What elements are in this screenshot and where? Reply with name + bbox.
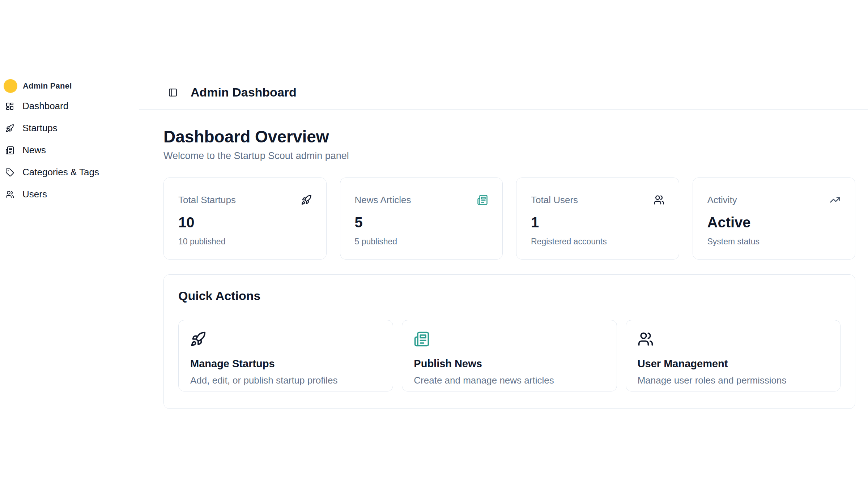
quick-actions-title: Quick Actions (178, 289, 841, 303)
sidebar-nav: Dashboard Startups News Categories & Tag… (0, 95, 139, 205)
sidebar-item-categories-tags[interactable]: Categories & Tags (0, 161, 139, 183)
users-icon (654, 194, 664, 205)
stat-value: 1 (531, 215, 664, 230)
rocket-icon (301, 194, 312, 205)
stat-value: Active (707, 215, 841, 230)
panel-left-icon (168, 88, 178, 97)
newspaper-icon (414, 331, 430, 347)
action-card-user-management[interactable]: User Management Manage user roles and pe… (626, 320, 841, 391)
stat-subtext: Registered accounts (531, 237, 664, 247)
users-icon (638, 331, 654, 347)
sidebar-item-label: Startups (22, 123, 58, 134)
action-title: Publish News (414, 358, 605, 370)
stat-subtext: System status (707, 237, 841, 247)
sidebar-item-startups[interactable]: Startups (0, 117, 139, 139)
newspaper-icon (477, 194, 488, 205)
brand-label: Admin Panel (23, 81, 72, 91)
users-icon (5, 190, 14, 199)
quick-actions-row: Manage Startups Add, edit, or publish st… (178, 320, 841, 391)
sidebar-item-label: Categories & Tags (22, 167, 99, 178)
stat-card-news-articles: News Articles 5 5 published (340, 177, 503, 260)
sidebar-item-dashboard[interactable]: Dashboard (0, 95, 139, 117)
stat-card-total-users: Total Users 1 Registered accounts (516, 177, 679, 260)
stats-row: Total Startups 10 10 published News Arti… (163, 177, 855, 260)
sidebar: Admin Panel Dashboard Startups News Cate… (0, 76, 139, 412)
sidebar-brand[interactable]: Admin Panel (0, 76, 139, 93)
dashboard-icon (5, 102, 14, 111)
rocket-icon (190, 331, 206, 347)
tag-icon (5, 168, 14, 177)
action-card-publish-news[interactable]: Publish News Create and manage news arti… (402, 320, 617, 391)
sidebar-item-news[interactable]: News (0, 139, 139, 161)
stat-value: 5 (355, 215, 488, 230)
stat-label: Total Startups (178, 194, 236, 206)
header-title: Admin Dashboard (191, 85, 297, 99)
action-card-manage-startups[interactable]: Manage Startups Add, edit, or publish st… (178, 320, 393, 391)
stat-label: Total Users (531, 194, 578, 206)
action-description: Create and manage news articles (414, 375, 605, 386)
main-area: Admin Dashboard Dashboard Overview Welco… (139, 76, 868, 412)
top-header: Admin Dashboard (139, 76, 868, 110)
sidebar-item-users[interactable]: Users (0, 183, 139, 205)
trending-up-icon (830, 194, 841, 205)
sidebar-toggle-button[interactable] (168, 88, 178, 97)
sidebar-item-label: Dashboard (22, 100, 68, 112)
page-title: Dashboard Overview (163, 128, 855, 146)
action-description: Add, edit, or publish startup profiles (190, 375, 381, 386)
quick-actions-panel: Quick Actions Manage Startups Add, edit,… (163, 274, 855, 409)
action-description: Manage user roles and permissions (638, 375, 829, 386)
admin-app: Admin Panel Dashboard Startups News Cate… (0, 76, 868, 412)
stat-subtext: 10 published (178, 237, 312, 247)
newspaper-icon (5, 146, 14, 155)
action-title: User Management (638, 358, 829, 370)
page-subtitle: Welcome to the Startup Scout admin panel (163, 150, 855, 162)
rocket-icon (5, 124, 14, 133)
stat-value: 10 (178, 215, 312, 230)
stat-subtext: 5 published (355, 237, 488, 247)
stat-card-activity: Activity Active System status (693, 177, 856, 260)
stat-label: News Articles (355, 194, 411, 206)
sidebar-item-label: News (22, 145, 46, 156)
action-title: Manage Startups (190, 358, 381, 370)
stat-card-total-startups: Total Startups 10 10 published (163, 177, 327, 260)
yellow-circle-logo (4, 79, 17, 93)
sidebar-item-label: Users (22, 189, 47, 200)
dashboard-content: Dashboard Overview Welcome to the Startu… (139, 110, 868, 409)
stat-label: Activity (707, 194, 737, 206)
